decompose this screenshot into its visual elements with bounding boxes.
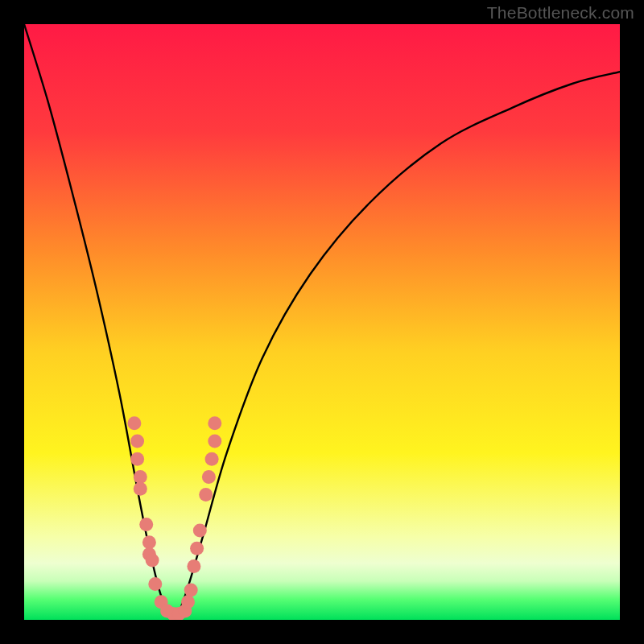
highlight-dot <box>134 482 147 496</box>
highlight-dot <box>184 584 198 597</box>
highlight-dot <box>130 452 144 466</box>
plot-area <box>24 24 620 620</box>
highlight-dot <box>148 577 162 591</box>
watermark-text: TheBottleneck.com <box>487 3 634 23</box>
highlight-dot <box>199 488 213 502</box>
highlight-dot <box>142 535 156 549</box>
highlight-dot <box>202 470 216 484</box>
highlight-dot <box>130 435 144 448</box>
plot-svg <box>24 24 620 620</box>
highlight-dot <box>181 595 195 609</box>
highlight-dot <box>205 452 219 466</box>
outer-frame: TheBottleneck.com <box>0 0 644 644</box>
highlight-dot <box>187 559 200 573</box>
gradient-rect <box>24 24 620 620</box>
highlight-dot <box>139 518 153 531</box>
highlight-dot <box>134 470 147 484</box>
highlight-dot <box>208 435 221 448</box>
highlight-dot <box>190 542 204 555</box>
highlight-dot <box>146 554 159 568</box>
highlight-dot <box>127 416 141 430</box>
highlight-dot <box>193 524 207 538</box>
highlight-dot <box>208 416 221 430</box>
